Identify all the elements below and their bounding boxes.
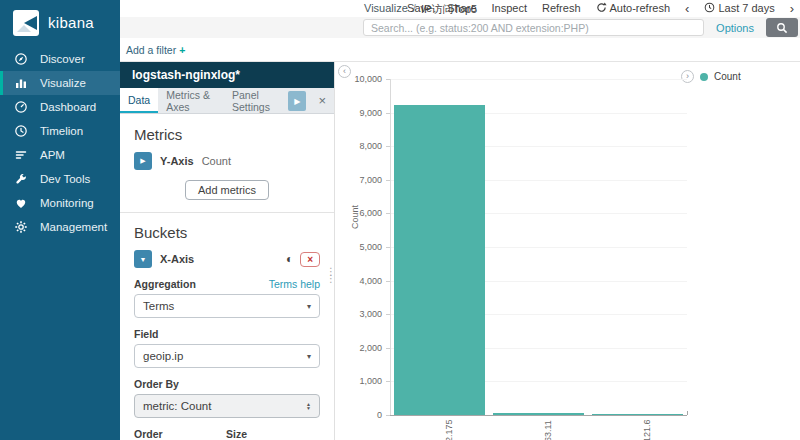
y-tick-label: 6,000: [335, 208, 382, 218]
sidebar-item-label: Monitoring: [40, 197, 94, 209]
inspect-button[interactable]: Inspect: [492, 2, 527, 14]
sidebar-item-label: Discover: [40, 53, 85, 65]
kibana-logo-block[interactable]: kibana: [0, 0, 120, 45]
sidebar-item-dashboard[interactable]: Dashboard: [0, 95, 120, 119]
remove-bucket-button[interactable]: ×: [300, 252, 320, 267]
filter-bar: Add a filter+: [120, 38, 800, 62]
y-tick-label: 1,000: [335, 376, 382, 386]
tab-metrics-axes[interactable]: Metrics & Axes: [158, 88, 224, 113]
time-back-chevron[interactable]: ‹: [685, 3, 689, 14]
order-by-select[interactable]: metric: Count ▲▼: [134, 394, 320, 418]
x-tick-label: 63.11: [543, 420, 553, 440]
legend-color-dot: [700, 73, 708, 81]
config-tabs: Data Metrics & Axes Panel Settings ▶ ×: [120, 88, 334, 114]
y-tick-label: 2,000: [335, 343, 382, 353]
close-icon[interactable]: ×: [310, 88, 334, 113]
time-forward-chevron[interactable]: ›: [790, 3, 794, 14]
heartbeat-icon: [14, 196, 28, 210]
timelion-icon: [14, 124, 28, 138]
sidebar-item-label: Dashboard: [40, 101, 96, 113]
sidebar-item-apm[interactable]: APM: [0, 143, 120, 167]
section-divider: [120, 212, 334, 213]
y-gridline: [390, 79, 687, 80]
size-label: Size: [226, 428, 341, 440]
y-tick-label: 8,000: [335, 141, 382, 151]
save-button[interactable]: Save: [407, 2, 432, 14]
y-tick-label: 0: [335, 410, 382, 420]
metric-row: ▶ Y-Axis Count: [134, 152, 320, 170]
disable-bucket-toggle-icon[interactable]: ◐: [286, 253, 293, 265]
order-group: Order Descending ▲▼: [134, 428, 212, 440]
sidebar-item-visualize[interactable]: Visualize: [0, 71, 120, 95]
chevron-down-icon: ▾: [307, 302, 311, 311]
x-tick-label: 121.6: [642, 419, 652, 440]
chart-bar[interactable]: [592, 414, 683, 415]
gear-icon: [14, 220, 28, 234]
kibana-logo-icon: [13, 10, 39, 36]
field-label: Field: [134, 328, 159, 340]
chart-panel: ‹ › Count Count 01,0002,0003,0004,0005,0…: [335, 62, 800, 440]
refresh-button[interactable]: Refresh: [542, 2, 581, 14]
aggregation-select[interactable]: Terms ▾: [134, 294, 320, 318]
breadcrumb-visualize-link[interactable]: Visualize: [364, 2, 408, 17]
dashboard-icon: [14, 100, 28, 114]
plus-icon: +: [179, 44, 185, 56]
legend-toggle-icon[interactable]: ›: [681, 70, 694, 83]
visualization-config-panel: logstash-nginxlog* Data Metrics & Axes P…: [120, 62, 335, 440]
tab-data[interactable]: Data: [120, 88, 158, 113]
y-tick-label: 10,000: [335, 74, 382, 84]
sidebar-item-label: APM: [40, 149, 65, 161]
sidebar-item-monitoring[interactable]: Monitoring: [0, 191, 120, 215]
sidebar-item-timelion[interactable]: Timelion: [0, 119, 120, 143]
y-tick-label: 7,000: [335, 175, 382, 185]
sidebar-item-label: Visualize: [40, 77, 86, 89]
y-tick-label: 4,000: [335, 276, 382, 286]
time-range-picker[interactable]: Last 7 days: [704, 2, 774, 14]
y-tick-label: 3,000: [335, 309, 382, 319]
chevron-down-icon: ▾: [307, 352, 311, 361]
x-axis-end-tick: [687, 411, 688, 415]
x-axis-line: [390, 415, 687, 416]
bucket-row: ▼ X-Axis ◐ ×: [134, 250, 320, 268]
search-icon: [776, 22, 788, 34]
auto-refresh-icon: [596, 2, 607, 13]
top-navigation-bar: Visualize / IP访问Top5 Save Share Inspect …: [120, 0, 800, 17]
kibana-logo-text: kibana: [48, 14, 94, 31]
chart-bar[interactable]: [493, 413, 584, 415]
search-input[interactable]: [363, 19, 704, 36]
apm-icon: [14, 148, 28, 162]
expand-metric-button[interactable]: ▶: [134, 152, 152, 170]
field-select[interactable]: geoip.ip ▾: [134, 344, 320, 368]
tab-panel-settings[interactable]: Panel Settings: [224, 88, 289, 113]
terms-help-link[interactable]: Terms help: [269, 278, 320, 290]
index-pattern-header: logstash-nginxlog*: [120, 62, 334, 88]
panel-resize-handle[interactable]: ⋮⋮: [326, 268, 334, 282]
aggregation-label: Aggregation: [134, 278, 196, 290]
sidebar: Discover Visualize Dashboard Timelion AP…: [0, 45, 120, 440]
x-tick-label: 2.175: [444, 419, 454, 440]
legend-item-count[interactable]: Count: [714, 71, 741, 82]
order-by-label: Order By: [134, 378, 179, 390]
select-stepper-icon: ▲▼: [306, 402, 311, 410]
collapse-bucket-button[interactable]: ▼: [134, 250, 152, 268]
chart-legend: › Count: [681, 70, 741, 83]
search-button[interactable]: [766, 18, 798, 37]
metrics-heading: Metrics: [134, 126, 320, 143]
clock-icon: [704, 2, 715, 13]
sidebar-item-dev-tools[interactable]: Dev Tools: [0, 167, 120, 191]
sidebar-item-management[interactable]: Management: [0, 215, 120, 239]
sidebar-item-discover[interactable]: Discover: [0, 47, 120, 71]
share-button[interactable]: Share: [447, 2, 476, 14]
query-options-link[interactable]: Options: [716, 22, 754, 34]
discover-icon: [14, 52, 28, 66]
wrench-icon: [14, 172, 28, 186]
auto-refresh-button[interactable]: Auto-refresh: [596, 2, 671, 14]
add-filter-button[interactable]: Add a filter+: [126, 44, 185, 56]
apply-changes-button[interactable]: ▶: [288, 91, 306, 111]
chart-bar[interactable]: [394, 105, 485, 415]
sidebar-item-label: Dev Tools: [40, 173, 90, 185]
sidebar-item-label: Management: [40, 221, 107, 233]
size-group: Size 5 ▲▼: [226, 428, 341, 440]
top-actions: Save Share Inspect Refresh Auto-refresh …: [407, 2, 794, 14]
add-metrics-button[interactable]: Add metrics: [185, 180, 269, 200]
